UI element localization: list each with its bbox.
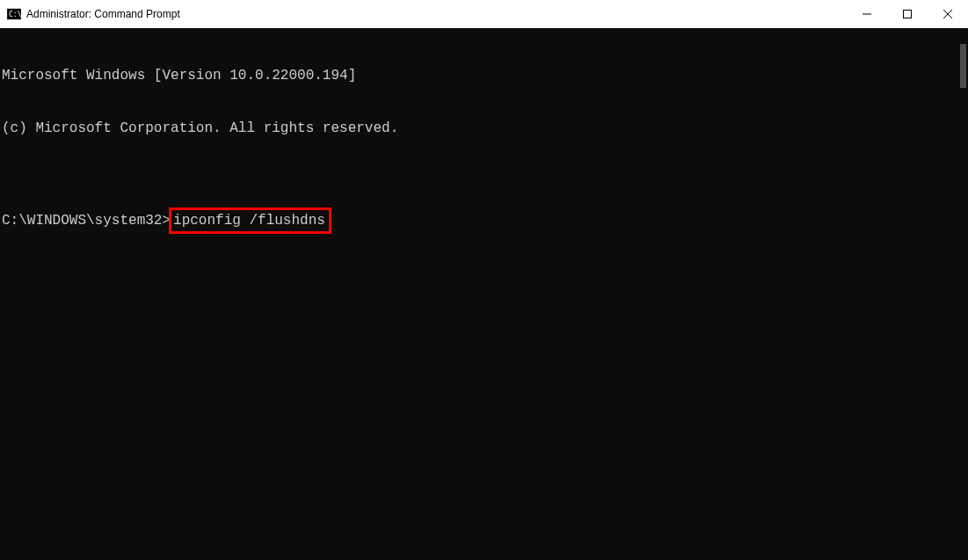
close-icon	[943, 10, 952, 18]
cmd-icon: C:\	[7, 7, 21, 21]
maximize-icon	[903, 10, 912, 18]
command-highlight: ipconfig /flushdns	[169, 207, 331, 234]
titlebar[interactable]: C:\ Administrator: Command Prompt	[0, 0, 968, 28]
window-controls	[847, 0, 968, 28]
close-button[interactable]	[928, 0, 968, 28]
window-title: Administrator: Command Prompt	[26, 8, 180, 20]
vertical-scrollbar[interactable]	[953, 28, 968, 560]
minimize-icon	[862, 10, 871, 18]
minimize-button[interactable]	[847, 0, 887, 28]
svg-text:C:\: C:\	[9, 11, 21, 18]
version-line: Microsoft Windows [Version 10.0.22000.19…	[2, 67, 968, 84]
terminal-content: Microsoft Windows [Version 10.0.22000.19…	[0, 28, 968, 269]
command-prompt-window: C:\ Administrator: Command Prompt	[0, 0, 968, 560]
prompt-line: C:\WINDOWS\system32>ipconfig /flushdns	[2, 207, 968, 234]
command-text: ipconfig /flushdns	[173, 213, 325, 229]
scrollbar-thumb[interactable]	[960, 44, 966, 88]
copyright-line: (c) Microsoft Corporation. All rights re…	[2, 120, 968, 137]
svg-rect-3	[904, 11, 912, 18]
terminal-area[interactable]: Microsoft Windows [Version 10.0.22000.19…	[0, 28, 968, 560]
titlebar-left: C:\ Administrator: Command Prompt	[7, 7, 180, 21]
maximize-button[interactable]	[887, 0, 928, 28]
prompt-text: C:\WINDOWS\system32>	[2, 212, 171, 229]
